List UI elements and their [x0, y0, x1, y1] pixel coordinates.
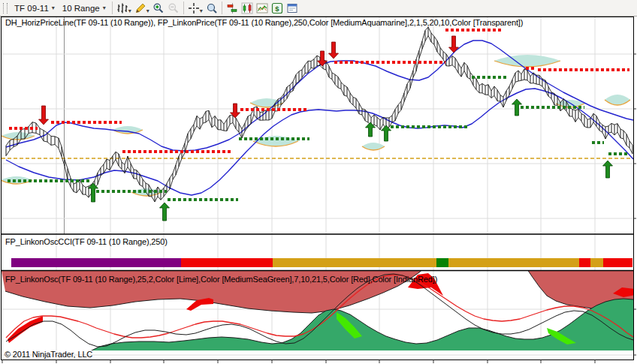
cci-bar-segment	[436, 258, 448, 267]
toolbar: TF 09-11 ▾ 10 Range ▾ ▾▾▾$	[0, 0, 637, 17]
data-box-icon	[206, 2, 218, 14]
cci-bar-segment	[181, 258, 273, 267]
cci-bar-segment	[579, 258, 590, 267]
account-data-button[interactable]: $	[270, 2, 285, 15]
zoom-out-button[interactable]	[166, 2, 181, 15]
mini-chart-button[interactable]	[255, 2, 270, 15]
cci-bar-segment	[603, 258, 632, 267]
chart-properties-button[interactable]	[285, 2, 300, 15]
price-bars-icon	[241, 2, 253, 14]
copyright-text: © 2011 NinjaTrader, LLC	[5, 350, 92, 359]
chart-canvas[interactable]	[0, 0, 637, 364]
zoom-in-icon	[152, 2, 165, 14]
cci-panel-label: FP_LinkonOscCCI(TF 09-11 (10 Range),250)	[5, 237, 168, 246]
chevron-down-icon: ▾	[103, 5, 106, 11]
toolbar-separator	[183, 2, 184, 14]
chart-style-button[interactable]: ▾	[115, 2, 133, 15]
data-box-button[interactable]	[204, 2, 219, 15]
toolbar-buttons: ▾▾▾$	[110, 2, 300, 15]
zoom-out-icon	[168, 2, 180, 14]
main-panel-label: DH_HorizPriceLine(TF 09-11 (10 Range)), …	[5, 18, 523, 27]
instrument-dropdown[interactable]: TF 09-11 ▾	[11, 1, 59, 16]
window-properties-icon	[286, 2, 298, 14]
interval-dropdown[interactable]: 10 Range ▾	[59, 1, 110, 16]
line-chart-icon	[256, 2, 268, 14]
chart-trader-button[interactable]	[225, 2, 240, 15]
toolbar-separator	[112, 2, 113, 14]
cci-bar-segment	[590, 258, 603, 267]
drawing-tools-button[interactable]: ▾	[133, 2, 151, 15]
instrument-label: TF 09-11	[14, 4, 49, 13]
chevron-down-icon: ▾	[146, 8, 149, 14]
chevron-down-icon: ▾	[52, 5, 55, 11]
chevron-down-icon: ▾	[128, 8, 131, 14]
chart-trader-icon	[226, 2, 238, 14]
pencil-icon	[134, 2, 146, 14]
interval-label: 10 Range	[62, 4, 100, 13]
bar-chart-style-icon	[116, 2, 128, 14]
crosshair-icon	[188, 2, 200, 14]
bars-panel-button[interactable]	[240, 2, 255, 15]
toolbar-separator	[222, 2, 222, 14]
chevron-down-icon: ▾	[200, 8, 203, 14]
cci-bar-segment	[273, 258, 436, 267]
zoom-in-button[interactable]	[151, 2, 166, 15]
crosshair-button[interactable]: ▾	[186, 2, 204, 15]
cci-bar-segment	[448, 258, 579, 267]
osc-panel-label: FP_LinkonOsc(TF 09-11 (10 Range),25,2,Co…	[5, 275, 437, 284]
cci-bar-segment	[11, 258, 181, 267]
dollar-icon: $	[271, 2, 283, 14]
cci-panel[interactable]	[11, 258, 632, 267]
svg-text:$: $	[275, 4, 279, 12]
ninjatrader-chart-window: TF 09-11 ▾ 10 Range ▾ ▾▾▾$ DH_HorizPrice…	[0, 0, 637, 364]
toolbar-grip[interactable]	[3, 3, 8, 14]
